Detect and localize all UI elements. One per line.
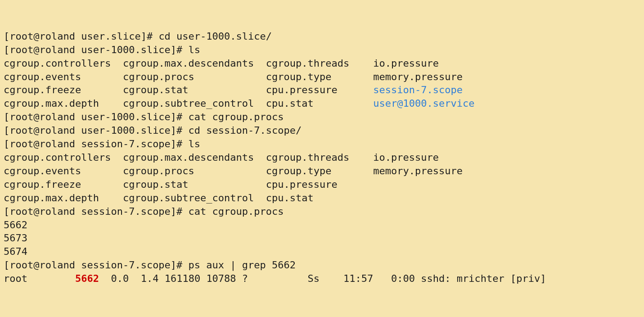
- ls-cell: cgroup.max.descendants: [123, 152, 266, 163]
- ls-directory: user@1000.service: [373, 98, 474, 109]
- ls-cell: cgroup.freeze: [4, 84, 123, 95]
- ls-cell: cgroup.threads: [266, 152, 373, 163]
- ps-time: 0:00: [391, 273, 421, 284]
- ls-row: cgroup.max.depth cgroup.subtree_control …: [4, 97, 640, 110]
- terminal-output: [root@roland user.slice]# cd user-1000.s…: [4, 30, 640, 285]
- ls-cell: cgroup.controllers: [4, 58, 123, 69]
- cmd-cat-procs-2: [root@roland session-7.scope]# cat cgrou…: [4, 205, 640, 218]
- ls-row: cgroup.controllers cgroup.max.descendant…: [4, 151, 640, 164]
- ps-stat: Ss: [308, 273, 343, 284]
- proc-line: 5674: [4, 245, 640, 258]
- ls-row: cgroup.events cgroup.procs cgroup.type m…: [4, 164, 640, 178]
- shell-command: cd user-1000.slice/: [158, 31, 272, 42]
- ls-row: cgroup.controllers cgroup.max.descendant…: [4, 57, 640, 70]
- ls-cell: cgroup.max.depth: [4, 98, 123, 109]
- ls-cell: cgroup.max.descendants: [123, 58, 266, 69]
- ls-cell: cgroup.events: [4, 71, 123, 82]
- proc-id: 5662: [4, 219, 27, 231]
- ls-cell: cgroup.stat: [123, 84, 266, 95]
- ls-cell: cgroup.freeze: [4, 179, 123, 190]
- proc-id: 5673: [4, 232, 27, 244]
- ps-pid-match: 5662: [75, 273, 99, 284]
- ps-rss: 10788: [206, 273, 242, 284]
- ls-cell: cgroup.type: [266, 71, 373, 82]
- ps-start: 11:57: [343, 273, 391, 284]
- ls-cell: cpu.pressure: [266, 179, 373, 190]
- shell-command: ps aux | grep 5662: [189, 259, 296, 271]
- shell-command: ls: [189, 44, 201, 55]
- shell-command: cat cgroup.procs: [189, 206, 284, 217]
- ps-row: root 5662 0.0 1.4 161180 10788 ? Ss 11:5…: [4, 272, 640, 285]
- shell-command: cd session-7.scope/: [189, 125, 302, 136]
- shell-prompt: [root@roland session-7.scope]#: [4, 259, 189, 271]
- shell-command: cat cgroup.procs: [189, 111, 284, 122]
- ls-cell: cgroup.procs: [123, 71, 266, 82]
- ls-cell: cpu.stat: [266, 192, 373, 204]
- ls-cell: cpu.pressure: [266, 84, 373, 95]
- ps-cmd: sshd: mrichter [priv]: [421, 273, 546, 284]
- ls-cell: cgroup.subtree_control: [123, 98, 266, 109]
- ls-cell: cgroup.type: [266, 165, 373, 177]
- ls-cell: io.pressure: [373, 152, 439, 163]
- ls-cell: cpu.stat: [266, 98, 373, 109]
- proc-line: 5662: [4, 218, 640, 232]
- shell-prompt: [root@roland session-7.scope]#: [4, 138, 189, 149]
- ps-user: root: [4, 273, 75, 284]
- ls-cell: cgroup.procs: [123, 165, 266, 177]
- shell-prompt: [root@roland user-1000.slice]#: [4, 111, 189, 122]
- ls-cell: cgroup.max.depth: [4, 192, 123, 204]
- ls-cell: cgroup.threads: [266, 58, 373, 69]
- shell-prompt: [root@roland session-7.scope]#: [4, 206, 189, 217]
- ls-directory: session-7.scope: [373, 84, 463, 95]
- ls-row: cgroup.max.depth cgroup.subtree_control …: [4, 191, 640, 205]
- shell-prompt: [root@roland user.slice]#: [4, 31, 158, 42]
- ps-vsz: 161180: [165, 273, 207, 284]
- cmd-ls-1: [root@roland user-1000.slice]# ls: [4, 43, 640, 57]
- ls-cell: cgroup.events: [4, 165, 123, 177]
- cmd-cd-user1000: [root@roland user.slice]# cd user-1000.s…: [4, 30, 640, 43]
- ls-row: cgroup.freeze cgroup.stat cpu.pressure: [4, 178, 640, 191]
- ls-cell: memory.pressure: [373, 71, 463, 82]
- ls-cell: cgroup.stat: [123, 179, 266, 190]
- proc-id: 5674: [4, 246, 27, 257]
- ls-row: cgroup.events cgroup.procs cgroup.type m…: [4, 70, 640, 84]
- shell-prompt: [root@roland user-1000.slice]#: [4, 125, 189, 136]
- ls-cell: memory.pressure: [373, 165, 463, 177]
- shell-command: ls: [189, 138, 201, 149]
- cmd-ls-2: [root@roland session-7.scope]# ls: [4, 137, 640, 151]
- ls-cell: cgroup.controllers: [4, 152, 123, 163]
- ps-cpu: 0.0: [111, 273, 140, 284]
- ls-cell: io.pressure: [373, 58, 439, 69]
- cmd-ps-grep: [root@roland session-7.scope]# ps aux | …: [4, 258, 640, 272]
- ls-row: cgroup.freeze cgroup.stat cpu.pressure s…: [4, 83, 640, 97]
- proc-line: 5673: [4, 231, 640, 245]
- ps-mem: 1.4: [141, 273, 165, 284]
- cmd-cd-sess7: [root@roland user-1000.slice]# cd sessio…: [4, 124, 640, 137]
- shell-prompt: [root@roland user-1000.slice]#: [4, 44, 189, 55]
- cmd-cat-procs-1: [root@roland user-1000.slice]# cat cgrou…: [4, 110, 640, 124]
- ls-cell: cgroup.subtree_control: [123, 192, 266, 204]
- ps-tty: ?: [242, 273, 308, 284]
